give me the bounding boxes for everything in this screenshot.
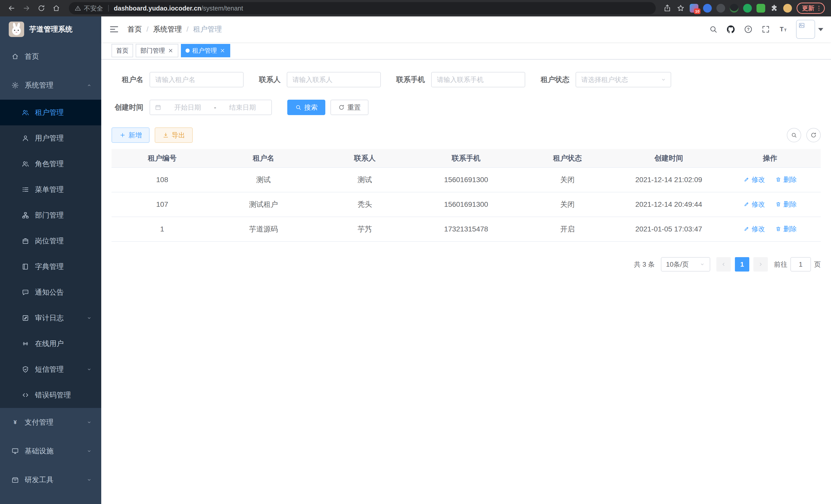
sidebar-item-infrastructure[interactable]: 基础设施	[0, 437, 101, 466]
extension-icon[interactable]	[730, 4, 739, 12]
list-icon	[22, 186, 29, 194]
sidebar-item-sms-management[interactable]: 短信管理	[0, 357, 101, 382]
tab-dept-management[interactable]: 部门管理	[136, 44, 178, 57]
monitor-icon	[11, 447, 19, 455]
extension-icon[interactable]	[743, 4, 752, 12]
sidebar-item-label: 用户管理	[35, 133, 64, 143]
contact-phone-field: 联系手机	[396, 72, 525, 87]
cell-status: 关闭	[517, 168, 618, 192]
refresh-table-button[interactable]	[806, 128, 821, 142]
app-logo[interactable]: 芋道管理系统	[0, 17, 101, 42]
chat-bubble-icon	[22, 289, 29, 296]
browser-reload-button[interactable]	[34, 1, 49, 16]
trash-icon	[775, 176, 781, 183]
tenant-name-input[interactable]	[149, 72, 243, 87]
sidebar-item-notice-announcement[interactable]: 通知公告	[0, 279, 101, 305]
top-navbar: 首页 / 系统管理 / 租户管理	[101, 17, 831, 42]
breadcrumb-home[interactable]: 首页	[127, 24, 142, 34]
tab-home[interactable]: 首页	[112, 44, 133, 57]
browser-back-button[interactable]	[4, 1, 19, 16]
breadcrumb-system[interactable]: 系统管理	[153, 24, 182, 34]
sidebar-item-online-users[interactable]: 在线用户	[0, 331, 101, 357]
close-icon[interactable]	[168, 48, 174, 54]
cell-actions: 修改 删除	[719, 168, 821, 192]
extension-icon[interactable]	[716, 4, 725, 12]
address-bar[interactable]: 不安全 dashboard.yudao.iocoder.cn/system/te…	[69, 2, 656, 14]
sidebar-item-role-management[interactable]: 角色管理	[0, 151, 101, 177]
cell-phone: 15601691300	[416, 192, 517, 217]
search-icon[interactable]	[709, 25, 718, 34]
tab-label: 租户管理	[192, 47, 217, 55]
edit-note-icon	[22, 314, 29, 322]
github-icon[interactable]	[726, 25, 736, 34]
sidebar-item-dict-management[interactable]: 字典管理	[0, 254, 101, 279]
sidebar-item-tenant-management[interactable]: 租户管理	[0, 100, 101, 125]
chrome-update-button[interactable]: 更新	[797, 3, 825, 14]
help-question-icon[interactable]	[744, 25, 753, 34]
browser-forward-button[interactable]	[19, 1, 34, 16]
date-end-input[interactable]	[218, 103, 267, 112]
tenant-status-select-input[interactable]	[576, 72, 671, 87]
avatar	[796, 20, 815, 39]
extensions-puzzle-icon[interactable]	[770, 4, 779, 12]
delete-button[interactable]: 删除	[775, 225, 797, 234]
tab-tenant-management[interactable]: 租户管理	[181, 44, 230, 57]
bookmark-star-icon[interactable]	[676, 4, 685, 12]
search-button[interactable]: 搜索	[287, 100, 325, 115]
cell-contact: 芋艿	[314, 217, 416, 241]
extension-icon[interactable]	[756, 4, 765, 12]
extension-icon[interactable]: 10	[690, 4, 698, 12]
date-range-picker[interactable]: -	[149, 100, 272, 115]
date-start-input[interactable]	[164, 103, 212, 112]
edit-button-label: 修改	[752, 175, 765, 184]
contact-input[interactable]	[287, 72, 381, 87]
browser-chrome: 不安全 dashboard.yudao.iocoder.cn/system/te…	[0, 0, 831, 17]
extension-icon[interactable]	[703, 4, 712, 12]
page-goto-input[interactable]	[791, 257, 811, 271]
share-icon[interactable]	[663, 4, 672, 12]
sidebar-item-system-management[interactable]: 系统管理	[0, 71, 101, 100]
sidebar-item-label: 审计日志	[35, 313, 64, 323]
refresh-icon	[810, 132, 817, 139]
org-tree-icon	[22, 211, 29, 219]
sidebar-item-dev-tools[interactable]: 研发工具	[0, 466, 101, 494]
sidebar-item-home[interactable]: 首页	[0, 42, 101, 71]
site-security-chip[interactable]: 不安全	[75, 4, 103, 12]
search-icon	[791, 132, 797, 139]
tenant-status-select[interactable]	[576, 72, 671, 87]
page-size-select[interactable]: 10条/页	[661, 257, 710, 271]
user-avatar-menu[interactable]	[796, 20, 823, 39]
hamburger-icon[interactable]	[109, 24, 119, 34]
edit-button[interactable]: 修改	[743, 175, 765, 184]
toolbox-icon	[11, 476, 19, 484]
broadcast-icon	[22, 340, 29, 348]
edit-button[interactable]: 修改	[743, 200, 765, 209]
close-icon[interactable]	[220, 48, 226, 54]
export-button[interactable]: 导出	[155, 127, 193, 143]
add-button[interactable]: 新增	[112, 127, 149, 143]
sidebar-menu: 首页 系统管理 租户管理 用户管理 角色管理 菜单管理	[0, 42, 101, 504]
chevron-down-icon	[699, 262, 705, 267]
next-page-button[interactable]	[753, 257, 768, 271]
prev-page-button[interactable]	[716, 257, 731, 271]
sidebar-item-error-code-management[interactable]: 错误码管理	[0, 382, 101, 408]
browser-profile-avatar[interactable]	[783, 4, 792, 12]
sidebar-item-menu-management[interactable]: 菜单管理	[0, 177, 101, 202]
delete-button[interactable]: 删除	[775, 200, 797, 209]
page-number-button[interactable]: 1	[735, 257, 749, 271]
font-size-icon[interactable]	[779, 25, 788, 34]
reset-button[interactable]: 重置	[331, 100, 369, 115]
edit-button[interactable]: 修改	[743, 225, 765, 234]
contact-phone-input[interactable]	[431, 72, 525, 87]
delete-button[interactable]: 删除	[775, 175, 797, 184]
toggle-search-button[interactable]	[787, 128, 801, 142]
sidebar-item-payment-management[interactable]: 支付管理	[0, 408, 101, 437]
sidebar-item-audit-log[interactable]: 审计日志	[0, 305, 101, 331]
sidebar-item-user-management[interactable]: 用户管理	[0, 125, 101, 151]
col-created: 创建时间	[618, 149, 719, 168]
sidebar-item-post-management[interactable]: 岗位管理	[0, 228, 101, 254]
tenant-table: 租户编号 租户名 联系人 联系手机 租户状态 创建时间 操作 108 测试 测试	[112, 149, 821, 242]
browser-home-button[interactable]	[49, 1, 64, 16]
fullscreen-icon[interactable]	[761, 25, 770, 34]
sidebar-item-dept-management[interactable]: 部门管理	[0, 202, 101, 228]
